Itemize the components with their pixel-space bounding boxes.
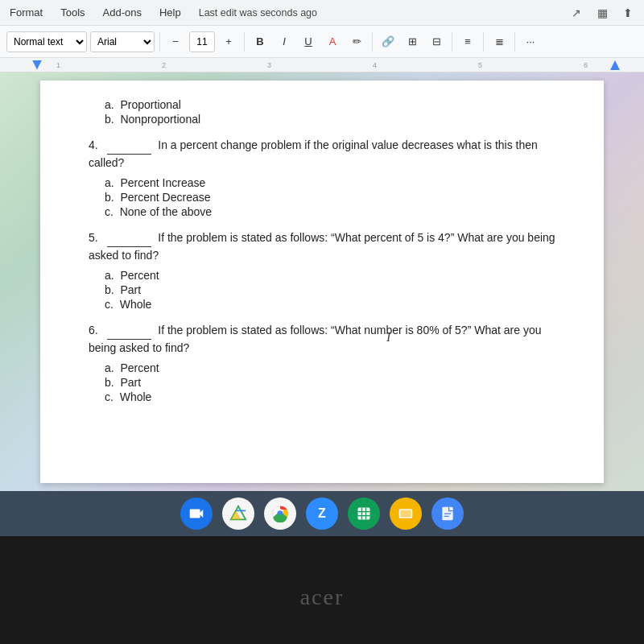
decrease-font-button[interactable]: − [165, 31, 186, 52]
line-spacing-button[interactable]: ≣ [489, 31, 510, 52]
document-area: a. Proportional b. Nonproportional 4. In… [0, 72, 644, 491]
q6-answer-b: b. Part [105, 376, 555, 389]
upload-icon[interactable]: ⬆ [618, 3, 638, 23]
question-6: 6. If the problem is stated as follows: … [89, 322, 555, 403]
svg-rect-12 [400, 510, 411, 517]
taskbar-zoom-icon[interactable]: Z [306, 497, 338, 530]
q6-number: 6. [89, 324, 104, 336]
menu-tools[interactable]: Tools [57, 5, 88, 20]
q5-answer-c: c. Whole [105, 298, 555, 311]
menu-bar: Format Tools Add-ons Help Last edit was … [0, 0, 644, 26]
style-select[interactable]: Normal text [6, 31, 87, 52]
align-button[interactable]: ≡ [457, 31, 478, 52]
toolbar: Normal text Arial − + B I U A ✏ 🔗 ⊞ ⊟ ≡ … [0, 26, 644, 58]
underline-button[interactable]: U [298, 31, 319, 52]
svg-marker-2 [231, 510, 242, 519]
taskbar-slides-icon[interactable] [390, 497, 422, 530]
taskbar-drive-icon[interactable] [222, 497, 254, 530]
last-edit-text: Last edit was seconds ago [199, 7, 317, 19]
more-options-button[interactable]: ··· [520, 31, 541, 52]
taskbar-meet-icon[interactable] [180, 497, 213, 530]
image-button[interactable]: ⊞ [402, 31, 423, 52]
trending-icon[interactable]: ↗ [567, 3, 586, 23]
q5-answer-a: a. Percent [105, 269, 555, 282]
q5-text: If the problem is stated as follows: “Wh… [89, 231, 555, 262]
q6-answer-a: a. Percent [105, 361, 555, 374]
grid-icon[interactable]: ▦ [592, 3, 612, 23]
q6-answer-c: c. Whole [105, 390, 555, 403]
taskbar-sheets-icon[interactable] [348, 497, 380, 530]
header-icons: ↗ ▦ ⬆ [567, 3, 638, 23]
acer-brand: acer [300, 584, 345, 610]
taskbar-chrome-icon[interactable] [264, 497, 296, 530]
highlight-button[interactable]: ✏ [346, 31, 367, 52]
menu-format[interactable]: Format [6, 5, 46, 20]
q4-blank [107, 137, 151, 155]
table-button[interactable]: ⊟ [426, 31, 447, 52]
question-5: 5. If the problem is stated as follows: … [89, 229, 555, 311]
bottom-area: acer [0, 536, 644, 644]
bold-button[interactable]: B [250, 31, 270, 52]
answer-a-proportional: a. Proportional [105, 98, 555, 111]
answer-b-nonproportional: b. Nonproportional [105, 113, 555, 126]
q6-blank [107, 322, 151, 340]
divider-6 [514, 32, 515, 52]
link-button[interactable]: 🔗 [378, 31, 398, 52]
divider-3 [372, 32, 373, 52]
svg-rect-6 [358, 508, 370, 520]
font-color-button[interactable]: A [322, 31, 343, 52]
q5-answer-b: b. Part [105, 283, 555, 296]
increase-font-button[interactable]: + [218, 31, 239, 52]
q5-number: 5. [89, 231, 104, 244]
q4-answer-a: a. Percent Increase [105, 176, 555, 189]
divider-1 [159, 32, 160, 52]
text-cursor: I [386, 330, 390, 345]
menu-addons[interactable]: Add-ons [100, 5, 145, 20]
document-page[interactable]: a. Proportional b. Nonproportional 4. In… [40, 80, 604, 483]
q6-text: If the problem is stated as follows: “Wh… [89, 324, 541, 354]
q5-blank [107, 229, 151, 247]
menu-help[interactable]: Help [156, 5, 184, 20]
question-4: 4. In a percent change problem if the or… [89, 137, 555, 218]
ruler: 123456 [0, 58, 644, 72]
q4-answer-b: b. Percent Decrease [105, 191, 555, 204]
divider-5 [483, 32, 484, 52]
divider-2 [244, 32, 245, 52]
font-select[interactable]: Arial [90, 31, 155, 52]
taskbar: Z [0, 491, 644, 536]
italic-button[interactable]: I [274, 31, 295, 52]
q4-text: In a percent change problem if the origi… [89, 138, 538, 169]
q4-answer-c: c. None of the above [105, 205, 555, 218]
q4-number: 4. [89, 138, 104, 151]
taskbar-docs-icon[interactable] [431, 497, 464, 530]
divider-4 [452, 32, 452, 52]
font-size-input[interactable] [189, 31, 215, 52]
